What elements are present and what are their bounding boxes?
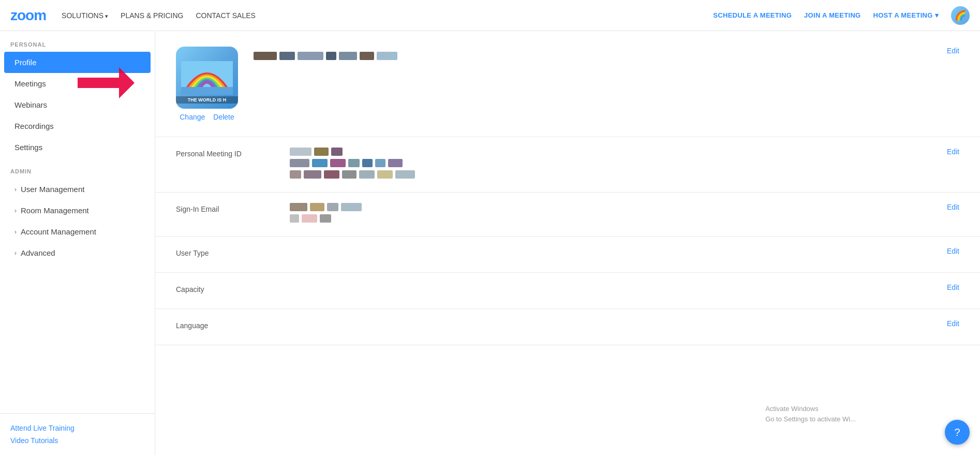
sidebar-bottom: Attend Live Training Video Tutorials: [0, 413, 155, 455]
meeting-id-edit-link[interactable]: Edit: [947, 148, 959, 156]
sidebar-item-advanced[interactable]: › Advanced: [4, 242, 151, 263]
host-meeting-link[interactable]: HOST A MEETING ▾: [873, 11, 939, 19]
sidebar-item-user-management[interactable]: › User Management: [4, 179, 151, 200]
meeting-id-row-3: [290, 170, 959, 179]
user-type-row: User Type Edit: [155, 237, 980, 273]
nav-links: SOLUTIONS PLANS & PRICING CONTACT SALES: [62, 11, 713, 20]
logo[interactable]: zoom: [10, 7, 46, 24]
capacity-label: Capacity: [176, 283, 290, 293]
meeting-id-row-1: [290, 148, 959, 156]
name-block-6: [360, 52, 374, 60]
plans-pricing-link[interactable]: PLANS & PRICING: [121, 11, 183, 20]
help-icon: ?: [954, 427, 960, 438]
language-edit-link[interactable]: Edit: [947, 319, 959, 328]
expand-arrow-icon: ›: [14, 249, 17, 257]
delete-avatar-link[interactable]: Delete: [213, 113, 234, 121]
name-block-7: [377, 52, 397, 60]
user-type-edit-link[interactable]: Edit: [947, 247, 959, 255]
svg-rect-3: [181, 87, 233, 95]
sidebar-item-profile[interactable]: Profile: [4, 52, 151, 73]
solutions-link[interactable]: SOLUTIONS: [62, 11, 108, 20]
profile-avatar-section: THE WORLD IS H Change Delete: [155, 31, 980, 137]
personal-meeting-id-row: Personal Meeting ID: [155, 137, 980, 193]
name-block-4: [326, 52, 336, 60]
rainbow-icon: [181, 61, 233, 95]
sign-in-email-value: [290, 203, 959, 226]
name-block-1: [254, 52, 277, 60]
name-block-5: [339, 52, 357, 60]
dropdown-arrow-icon: ▾: [935, 11, 939, 19]
sign-in-email-label: Sign-In Email: [176, 203, 290, 213]
email-row-1: [290, 203, 959, 211]
sidebar-item-webinars[interactable]: Webinars: [4, 94, 151, 115]
personal-section-label: PERSONAL: [0, 41, 155, 52]
name-block-3: [298, 52, 323, 60]
help-button[interactable]: ?: [945, 420, 970, 445]
video-tutorials-link[interactable]: Video Tutorials: [10, 434, 144, 447]
nav-right: SCHEDULE A MEETING JOIN A MEETING HOST A…: [713, 6, 970, 25]
sidebar: PERSONAL Profile Meetings Webinars Recor…: [0, 31, 155, 455]
user-avatar[interactable]: 🌈: [951, 6, 970, 25]
profile-avatar-actions: Change Delete: [180, 113, 234, 121]
language-row: Language Edit: [155, 309, 980, 345]
expand-arrow-icon: ›: [14, 228, 17, 236]
sidebar-item-account-management[interactable]: › Account Management: [4, 221, 151, 242]
sidebar-item-room-management[interactable]: › Room Management: [4, 200, 151, 221]
language-label: Language: [176, 319, 290, 330]
email-row-2: [290, 214, 959, 223]
profile-avatar-area: THE WORLD IS H Change Delete: [176, 47, 238, 121]
join-meeting-link[interactable]: JOIN A MEETING: [804, 11, 860, 19]
name-block-2: [279, 52, 295, 60]
top-navigation: zoom SOLUTIONS PLANS & PRICING CONTACT S…: [0, 0, 980, 31]
name-blocks-row: [254, 52, 959, 60]
schedule-meeting-link[interactable]: SCHEDULE A MEETING: [713, 11, 792, 19]
capacity-row: Capacity Edit: [155, 273, 980, 309]
profile-avatar-image: THE WORLD IS H: [176, 47, 238, 109]
sign-in-email-edit-link[interactable]: Edit: [947, 203, 959, 211]
expand-arrow-icon: ›: [14, 207, 17, 214]
avatar-world-text: THE WORLD IS H: [176, 96, 238, 104]
attend-training-link[interactable]: Attend Live Training: [10, 422, 144, 434]
sidebar-item-recordings[interactable]: Recordings: [4, 115, 151, 137]
expand-arrow-icon: ›: [14, 186, 17, 193]
sign-in-email-row: Sign-In Email Edit: [155, 193, 980, 237]
profile-edit-link[interactable]: Edit: [947, 47, 959, 55]
contact-sales-link[interactable]: CONTACT SALES: [196, 11, 255, 20]
capacity-edit-link[interactable]: Edit: [947, 283, 959, 291]
admin-section-label: ADMIN: [0, 168, 155, 179]
avatar-icon: 🌈: [955, 10, 966, 21]
logo-text: zoom: [10, 7, 46, 23]
main-content: THE WORLD IS H Change Delete: [155, 31, 980, 455]
sidebar-item-meetings[interactable]: Meetings: [4, 73, 151, 94]
user-type-label: User Type: [176, 247, 290, 257]
change-avatar-link[interactable]: Change: [180, 113, 205, 121]
meeting-id-row-2: [290, 159, 959, 167]
sidebar-item-settings[interactable]: Settings: [4, 137, 151, 158]
personal-meeting-id-label: Personal Meeting ID: [176, 148, 290, 158]
profile-name-area: [254, 47, 959, 63]
main-layout: PERSONAL Profile Meetings Webinars Recor…: [0, 31, 980, 455]
personal-meeting-id-value: [290, 148, 959, 182]
